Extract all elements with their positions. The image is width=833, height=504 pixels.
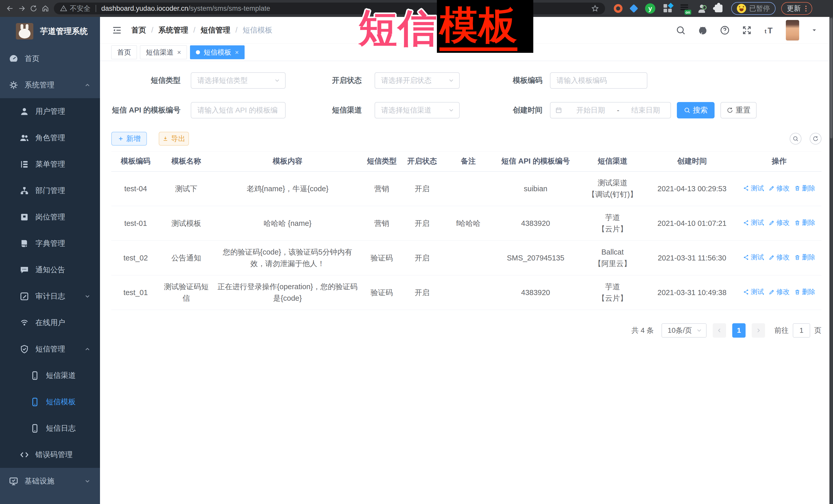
prev-page-button[interactable]	[713, 323, 726, 338]
close-tab-icon[interactable]: ×	[177, 49, 181, 56]
sidebar-item-部门管理[interactable]: 部门管理	[0, 177, 100, 204]
sidebar-item-短信管理[interactable]: 短信管理	[0, 336, 100, 362]
help-icon[interactable]	[720, 25, 730, 35]
sidebar-item-短信模板[interactable]: 短信模板	[0, 389, 100, 415]
sidebar-item-首页[interactable]: 首页	[0, 45, 100, 72]
start-date-placeholder[interactable]: 开始日期	[566, 105, 615, 115]
page-size-select[interactable]: 10条/页	[662, 323, 707, 338]
test-link[interactable]: 测试	[743, 252, 764, 262]
create-time-range-picker[interactable]: 开始日期 - 结束日期	[550, 102, 671, 118]
sidebar-item-系统管理[interactable]: 系统管理	[0, 72, 100, 98]
column-header-开启状态: 开启状态	[401, 151, 443, 171]
extension-grid-icon[interactable]	[664, 4, 672, 13]
delete-link[interactable]: 删除	[794, 183, 815, 193]
table-header-row: 模板编码模板名称模板内容短信类型开启状态备注短信 API 的模板编号短信渠道创建…	[111, 151, 822, 171]
sidebar-item-字典管理[interactable]: 字典管理	[0, 230, 100, 257]
delete-link[interactable]: 删除	[794, 217, 815, 227]
chat-icon	[20, 265, 29, 275]
user-avatar[interactable]	[786, 20, 799, 41]
test-link[interactable]: 测试	[743, 183, 764, 193]
paused-profile-badge[interactable]: 已暂停	[731, 2, 776, 15]
sidebar-item-错误码管理[interactable]: 错误码管理	[0, 441, 100, 468]
sidebar-item-短信渠道[interactable]: 短信渠道	[0, 362, 100, 389]
sidebar-item-用户管理[interactable]: 用户管理	[0, 98, 100, 125]
browser-menu-icon[interactable]	[805, 6, 807, 11]
fullscreen-icon[interactable]	[742, 25, 752, 35]
tag-tab-短信模板[interactable]: 短信模板×	[190, 45, 245, 59]
extensions-puzzle-icon[interactable]	[715, 5, 722, 12]
sms-type-select[interactable]: 请选择短信类型	[191, 72, 286, 89]
update-label: 更新	[787, 4, 801, 13]
sidebar-item-label: 部门管理	[35, 186, 65, 196]
sidebar-item-岗位管理[interactable]: 岗位管理	[0, 204, 100, 230]
extension-person-lens-icon[interactable]	[698, 4, 707, 13]
page-scrollbar[interactable]	[829, 17, 833, 504]
tag-tab-短信渠道[interactable]: 短信渠道×	[140, 45, 187, 59]
delete-link[interactable]: 删除	[794, 252, 815, 262]
status-label: 开启状态	[286, 75, 362, 86]
next-page-button[interactable]	[752, 323, 765, 338]
bookmark-star-icon[interactable]	[591, 5, 599, 12]
browser-back-icon[interactable]	[4, 3, 16, 14]
sidebar-item-在线用户[interactable]: 在线用户	[0, 309, 100, 336]
cell-remark: f哈哈哈	[443, 206, 493, 241]
edit-link[interactable]: 修改	[769, 287, 790, 297]
test-link[interactable]: 测试	[743, 217, 764, 227]
sidebar-item-label: 短信管理	[35, 344, 65, 354]
close-tab-icon[interactable]: ×	[235, 49, 239, 56]
chevron-down-icon[interactable]	[811, 27, 817, 33]
sidebar-item-label: 基础设施	[25, 476, 54, 486]
browser-home-icon[interactable]	[40, 3, 51, 14]
export-button[interactable]: 导出	[159, 132, 189, 146]
header-actions: tT	[675, 20, 817, 41]
goto-page-input[interactable]	[793, 323, 810, 338]
sidebar-item-label: 首页	[25, 54, 40, 64]
cell-type: 营销	[362, 171, 401, 206]
test-link[interactable]: 测试	[743, 287, 764, 297]
github-icon[interactable]	[698, 25, 708, 35]
breadcrumb-item[interactable]: 系统管理	[159, 25, 188, 35]
column-header-备注: 备注	[443, 151, 493, 171]
api-template-id-input[interactable]	[191, 106, 285, 114]
sidebar-item-角色管理[interactable]: 角色管理	[0, 125, 100, 151]
goto-label: 前往	[774, 326, 789, 335]
browser-update-button[interactable]: 更新	[781, 2, 812, 15]
refresh-icon[interactable]	[810, 133, 822, 145]
sidebar-item-菜单管理[interactable]: 菜单管理	[0, 151, 100, 177]
cell-actions: 测试修改删除	[737, 171, 822, 206]
sidebar-item-短信日志[interactable]: 短信日志	[0, 415, 100, 441]
toggle-search-icon[interactable]	[790, 133, 802, 145]
search-icon[interactable]	[675, 25, 686, 35]
extension-list-on-icon[interactable]: on	[681, 4, 690, 13]
template-code-input[interactable]	[550, 76, 647, 85]
edit-link[interactable]: 修改	[769, 183, 790, 193]
app-logo-row[interactable]: 芋道管理系统	[0, 17, 100, 45]
search-button[interactable]: 搜索	[677, 102, 715, 118]
end-date-placeholder[interactable]: 结束日期	[621, 105, 670, 115]
status-select[interactable]: 请选择开启状态	[375, 72, 460, 89]
extension-blue-gem-icon[interactable]	[629, 4, 638, 13]
edit-icon	[769, 185, 775, 191]
tag-tab-首页[interactable]: 首页	[111, 45, 137, 59]
insecure-warning-icon	[60, 5, 67, 12]
breadcrumb-item[interactable]: 首页	[131, 25, 146, 35]
edit-link[interactable]: 修改	[769, 252, 790, 262]
sidebar-item-基础设施[interactable]: 基础设施	[0, 468, 100, 494]
edit-link[interactable]: 修改	[769, 217, 790, 227]
extension-green-y-icon[interactable]: y	[645, 3, 655, 14]
delete-link[interactable]: 删除	[794, 287, 815, 297]
reset-button[interactable]: 重置	[720, 102, 757, 118]
add-button[interactable]: 新增	[111, 132, 147, 146]
current-page[interactable]: 1	[732, 323, 745, 338]
breadcrumb-item[interactable]: 短信管理	[200, 25, 230, 35]
sidebar-item-审计日志[interactable]: 审计日志	[0, 283, 100, 309]
sidebar-item-通知公告[interactable]: 通知公告	[0, 257, 100, 283]
font-size-icon[interactable]: tT	[764, 25, 774, 35]
channel-select[interactable]: 请选择短信渠道	[375, 102, 460, 118]
browser-forward-icon[interactable]	[16, 3, 28, 14]
sidebar-fold-icon[interactable]	[111, 25, 123, 36]
browser-reload-icon[interactable]	[28, 3, 40, 14]
url-bar[interactable]: 不安全 dashboard.yudao.iocoder.cn /system/s…	[54, 3, 605, 14]
page-header: 首页/系统管理/短信管理/短信模板 tT	[100, 17, 829, 44]
extension-orange-ring-icon[interactable]	[614, 4, 622, 13]
